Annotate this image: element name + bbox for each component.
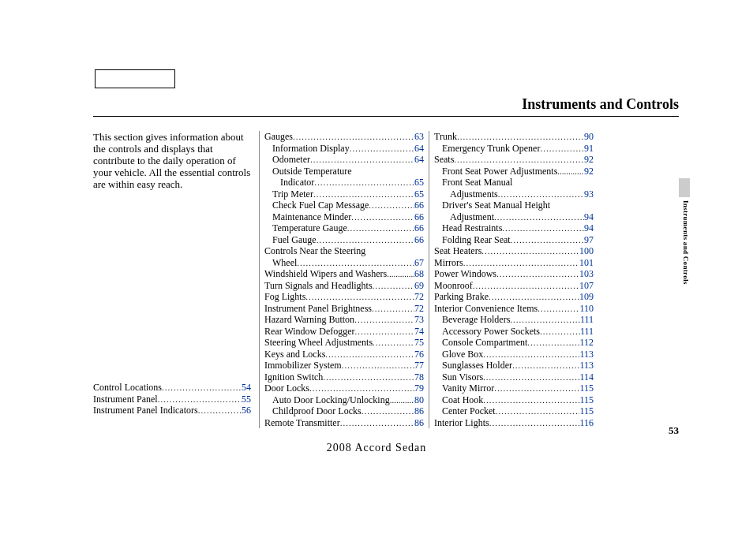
toc-entry-label: Moonroof bbox=[434, 280, 473, 292]
toc-page-link[interactable]: 69 bbox=[414, 280, 424, 292]
toc-page-link[interactable]: 115 bbox=[579, 394, 594, 406]
toc-entry: Interior Lights 116 bbox=[434, 417, 594, 429]
toc-page-link[interactable]: 115 bbox=[579, 383, 594, 394]
toc-leader-dots bbox=[494, 211, 584, 223]
toc-entry: Keys and Locks 76 bbox=[264, 349, 424, 360]
toc-entry: Instrument Panel Brightness 72 bbox=[264, 303, 424, 315]
toc-entry: Indicator 65 bbox=[264, 177, 424, 189]
toc-page-link[interactable]: 79 bbox=[414, 383, 424, 394]
toc-leader-dots bbox=[483, 349, 579, 360]
toc-page-link[interactable]: 100 bbox=[579, 245, 594, 257]
toc-page-link[interactable]: 73 bbox=[414, 314, 424, 326]
toc-entry: Accessory Power Sockets 111 bbox=[434, 326, 594, 338]
toc-entry-label: Keys and Locks bbox=[264, 349, 325, 360]
toc-page-link[interactable]: 76 bbox=[414, 349, 424, 360]
toc-leader-dots bbox=[323, 371, 414, 383]
toc-page-link[interactable]: 68 bbox=[414, 268, 424, 280]
toc-page-link[interactable]: 74 bbox=[414, 326, 424, 338]
toc-page-link[interactable]: 72 bbox=[414, 303, 424, 315]
toc-page-link[interactable]: 77 bbox=[414, 360, 424, 371]
toc-page-link[interactable]: 103 bbox=[579, 268, 594, 280]
toc-page-link[interactable]: 64 bbox=[414, 154, 424, 166]
toc-leader-dots bbox=[489, 291, 579, 303]
toc-page-link[interactable]: 56 bbox=[242, 405, 251, 416]
toc-entry-label: Check Fuel Cap Message bbox=[272, 200, 369, 211]
column-3: Trunk 90Emergency Trunk Opener 91Seats 9… bbox=[429, 131, 598, 428]
toc-page-link[interactable]: 65 bbox=[414, 177, 424, 189]
toc-leader-dots bbox=[313, 189, 414, 200]
toc-page-link[interactable]: 72 bbox=[414, 291, 424, 303]
toc-page-link[interactable]: 116 bbox=[579, 417, 594, 429]
toc-page-link[interactable]: 92 bbox=[584, 154, 594, 166]
toc-entry: Temperature Gauge 66 bbox=[264, 222, 424, 234]
toc-leader-dots bbox=[540, 326, 580, 338]
toc-page-link[interactable]: 66 bbox=[414, 234, 424, 246]
toc-page-link[interactable]: 93 bbox=[584, 189, 594, 200]
toc-page-link[interactable]: 66 bbox=[414, 222, 424, 234]
toc-entry-label: Rear Window Defogger bbox=[264, 326, 355, 338]
toc-page-link[interactable]: 54 bbox=[242, 382, 251, 394]
toc-page-link[interactable]: 80 bbox=[414, 394, 424, 406]
toc-page-link[interactable]: 94 bbox=[584, 222, 594, 234]
toc-entry: Childproof Door Locks 86 bbox=[264, 405, 424, 417]
toc-page-link[interactable]: 63 bbox=[414, 131, 424, 143]
toc-page-link[interactable]: 91 bbox=[584, 143, 594, 155]
toc-leader-dots bbox=[373, 337, 414, 349]
toc-page-link[interactable]: 115 bbox=[579, 405, 594, 417]
toc-entry-label: Control Locations bbox=[93, 382, 162, 394]
toc-page-link[interactable]: 66 bbox=[414, 200, 424, 211]
toc-page-link[interactable]: 92 bbox=[584, 166, 594, 177]
toc-entry: Fuel Gauge 66 bbox=[264, 234, 424, 246]
toc-page-link[interactable]: 55 bbox=[242, 394, 251, 405]
toc-page-link[interactable]: 97 bbox=[584, 234, 594, 246]
toc-entry-label: Sunglasses Holder bbox=[442, 360, 512, 371]
toc-page-link[interactable]: 64 bbox=[414, 143, 424, 155]
toc-entry: Coat Hook 115 bbox=[434, 394, 594, 406]
toc-entry-label: Immobilizer System bbox=[264, 360, 342, 371]
column-1-spacer bbox=[93, 190, 251, 382]
toc-entry-label: Instrument Panel Indicators bbox=[93, 405, 198, 416]
toc-entry: Emergency Trunk Opener 91 bbox=[434, 143, 594, 155]
toc-page-link[interactable]: 114 bbox=[579, 371, 594, 383]
toc-page-link[interactable]: 75 bbox=[414, 337, 424, 349]
toc-page-link[interactable]: 111 bbox=[580, 314, 594, 326]
toc-page-link[interactable]: 66 bbox=[414, 211, 424, 223]
toc-entry-label: Door Locks bbox=[264, 383, 309, 394]
toc-page-link[interactable]: 94 bbox=[584, 211, 594, 223]
toc-leader-dots bbox=[350, 143, 414, 155]
toc-page-link[interactable]: 109 bbox=[579, 291, 594, 303]
toc-page-link[interactable]: 67 bbox=[414, 257, 424, 269]
toc-entry-label: Seat Heaters bbox=[434, 245, 481, 257]
toc-page-link[interactable]: 90 bbox=[584, 131, 594, 143]
toc-leader-dots bbox=[297, 257, 414, 269]
toc-page-link[interactable]: 86 bbox=[414, 405, 424, 417]
toc-page-link[interactable]: 65 bbox=[414, 189, 424, 200]
toc-page-link[interactable]: 111 bbox=[580, 326, 594, 338]
toc-entry-label: Sun Visors bbox=[442, 371, 483, 383]
toc-entry-label: Adjustments bbox=[450, 189, 498, 200]
toc-entry-label: Instrument Panel Brightness bbox=[264, 303, 372, 315]
toc-entry: Wheel 67 bbox=[264, 257, 424, 269]
toc-page-link[interactable]: 86 bbox=[414, 417, 424, 429]
toc-entry: Windshield Wipers and Washers 68 bbox=[264, 268, 424, 280]
toc-entry: Folding Rear Seat 97 bbox=[434, 234, 594, 246]
toc-leader-dots bbox=[473, 280, 579, 292]
toc-page-link[interactable]: 78 bbox=[414, 371, 424, 383]
toc-entry: Hazard Warning Button 73 bbox=[264, 314, 424, 326]
toc-entry: Controls Near the Steering bbox=[264, 245, 424, 257]
toc-entry: Rear Window Defogger 74 bbox=[264, 326, 424, 338]
toc-leader-dots bbox=[373, 280, 414, 292]
toc-page-link[interactable]: 107 bbox=[579, 280, 594, 292]
toc-entry-label: Windshield Wipers and Washers bbox=[264, 268, 387, 280]
toc-entry-label: Accessory Power Sockets bbox=[442, 326, 540, 338]
toc-leader-dots bbox=[489, 417, 580, 429]
toc-leader-dots bbox=[372, 303, 414, 315]
toc-entry: Check Fuel Cap Message 66 bbox=[264, 200, 424, 211]
toc-page-link[interactable]: 110 bbox=[579, 303, 594, 315]
toc-entry: Sun Visors 114 bbox=[434, 371, 594, 383]
toc-page-link[interactable]: 101 bbox=[579, 257, 594, 269]
toc-entry-label: Temperature Gauge bbox=[272, 222, 347, 234]
toc-page-link[interactable]: 112 bbox=[579, 337, 594, 349]
toc-page-link[interactable]: 113 bbox=[579, 360, 594, 371]
toc-page-link[interactable]: 113 bbox=[579, 349, 594, 360]
